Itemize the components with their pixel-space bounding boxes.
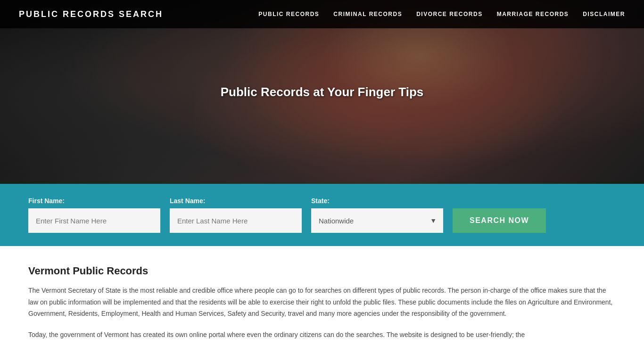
nav-divorce-records[interactable]: DIVORCE RECORDS	[416, 11, 483, 17]
nav-public-records[interactable]: PUBLIC RECORDS	[258, 11, 319, 17]
first-name-label: First Name:	[28, 197, 160, 205]
nav-marriage-records[interactable]: MARRIAGE RECORDS	[497, 11, 569, 17]
last-name-field: Last Name:	[170, 197, 302, 233]
site-header: PUBLIC RECORDS SEARCH PUBLIC RECORDS CRI…	[0, 0, 644, 28]
content-paragraph-1: The Vermont Secretary of State is the mo…	[28, 285, 616, 320]
search-now-button[interactable]: SEARCH NOW	[453, 208, 546, 233]
content-heading: Vermont Public Records	[28, 265, 616, 277]
first-name-field: First Name:	[28, 197, 160, 233]
nav-criminal-records[interactable]: CRIMINAL RECORDS	[333, 11, 402, 17]
state-wrapper: Nationwide Alabama Alaska Arizona Arkans…	[311, 208, 443, 233]
state-label: State:	[311, 197, 443, 205]
first-name-input[interactable]	[28, 208, 160, 233]
hero-title: Public Records at Your Finger Tips	[221, 85, 424, 99]
last-name-label: Last Name:	[170, 197, 302, 205]
hero-content: Public Records at Your Finger Tips	[221, 85, 424, 99]
main-content: Vermont Public Records The Vermont Secre…	[0, 246, 644, 362]
last-name-input[interactable]	[170, 208, 302, 233]
main-nav: PUBLIC RECORDS CRIMINAL RECORDS DIVORCE …	[258, 11, 625, 17]
content-paragraph-2: Today, the government of Vermont has cre…	[28, 329, 616, 341]
search-bar: First Name: Last Name: State: Nationwide…	[0, 184, 644, 246]
state-field: State: Nationwide Alabama Alaska Arizona…	[311, 197, 443, 233]
state-select[interactable]: Nationwide Alabama Alaska Arizona Arkans…	[311, 208, 443, 233]
nav-disclaimer[interactable]: DISCLAIMER	[583, 11, 625, 17]
site-title: PUBLIC RECORDS SEARCH	[19, 9, 163, 19]
